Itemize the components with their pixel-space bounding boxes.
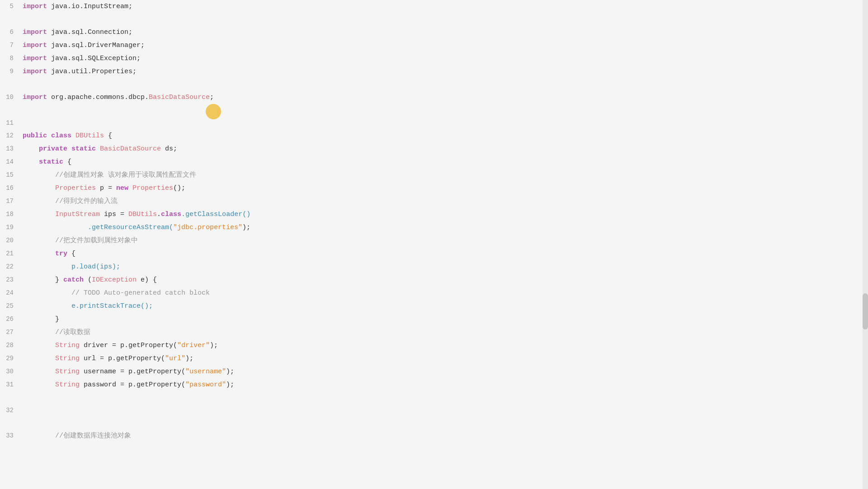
line-content: p.load(ips);	[23, 261, 868, 273]
line-content: public class DBUtils {	[23, 130, 868, 142]
line-number: 6	[0, 26, 23, 38]
code-line: 6import java.sql.Connection;	[0, 26, 868, 39]
line-number: 9	[0, 65, 23, 78]
code-line: 33 //创建数据库连接池对象	[0, 429, 868, 442]
line-content: String url = p.getProperty("url");	[23, 353, 868, 365]
code-line: 23 } catch (IOException e) {	[0, 273, 868, 287]
code-line: 8import java.sql.SQLException;	[0, 52, 868, 65]
line-number: 13	[0, 142, 23, 155]
line-content: //创建数据库连接池对象	[23, 430, 868, 442]
line-number: 27	[0, 326, 23, 339]
line-number: 11	[0, 117, 23, 129]
line-number: 14	[0, 155, 23, 168]
line-number: 25	[0, 300, 23, 312]
line-content: InputStream ips = DBUtils.class.getClass…	[23, 208, 868, 221]
code-line: 12public class DBUtils {	[0, 129, 868, 142]
line-content: //读取数据	[23, 326, 868, 339]
code-line: 25 e.printStackTrace();	[0, 300, 868, 313]
code-line: 7import java.sql.DriverManager;	[0, 39, 868, 52]
line-number: 31	[0, 378, 23, 391]
code-line: 17 //得到文件的输入流	[0, 195, 868, 208]
line-content: String driver = p.getProperty("driver");	[23, 339, 868, 352]
line-content: import java.util.Properties;	[23, 66, 868, 78]
line-number: 7	[0, 39, 23, 52]
code-line: 10import org.apache.commons.dbcp.BasicDa…	[0, 91, 868, 104]
line-number: 28	[0, 339, 23, 352]
code-line: 9import java.util.Properties;	[0, 65, 868, 78]
highlight-circle	[206, 104, 221, 119]
line-content: import java.sql.DriverManager;	[23, 39, 868, 52]
line-number: 5	[0, 0, 23, 13]
line-content: private static BasicDataSource ds;	[23, 143, 868, 155]
line-number: 17	[0, 195, 23, 207]
line-number: 20	[0, 234, 23, 247]
code-line: 32	[0, 404, 868, 417]
line-content: import java.io.InputStream;	[23, 0, 868, 13]
code-line: 14 static {	[0, 155, 868, 169]
line-number: 29	[0, 352, 23, 365]
line-number: 18	[0, 208, 23, 221]
code-line: 28 String driver = p.getProperty("driver…	[0, 339, 868, 352]
line-content: try {	[23, 248, 868, 260]
line-content: // TODO Auto-generated catch block	[23, 287, 868, 300]
line-number: 26	[0, 313, 23, 325]
code-line	[0, 78, 868, 91]
line-content: import java.sql.Connection;	[23, 26, 868, 39]
line-number: 24	[0, 287, 23, 299]
code-line: 19 .getResourceAsStream("jdbc.properties…	[0, 221, 868, 234]
line-number: 15	[0, 169, 23, 181]
line-number: 23	[0, 273, 23, 286]
line-number: 30	[0, 365, 23, 378]
line-number: 32	[0, 404, 23, 417]
code-line	[0, 13, 868, 26]
code-line: 20 //把文件加载到属性对象中	[0, 234, 868, 247]
line-content: .getResourceAsStream("jdbc.properties");	[23, 221, 868, 234]
code-line: 11	[0, 117, 868, 129]
code-line: 30 String username = p.getProperty("user…	[0, 365, 868, 378]
line-content: import java.sql.SQLException;	[23, 52, 868, 65]
line-content: e.printStackTrace();	[23, 300, 868, 313]
line-number: 19	[0, 221, 23, 234]
line-content: //创建属性对象 该对象用于读取属性配置文件	[23, 169, 868, 182]
code-line: 21 try {	[0, 247, 868, 260]
code-line: 24 // TODO Auto-generated catch block	[0, 287, 868, 300]
line-content: }	[23, 313, 868, 326]
code-line: 5import java.io.InputStream;	[0, 0, 868, 13]
code-line: 22 p.load(ips);	[0, 260, 868, 273]
scrollbar-thumb[interactable]	[863, 293, 868, 329]
line-number: 10	[0, 91, 23, 103]
line-number: 21	[0, 247, 23, 260]
line-content: import org.apache.commons.dbcp.BasicData…	[23, 91, 868, 104]
line-content: static {	[23, 156, 868, 169]
line-content: //得到文件的输入流	[23, 195, 868, 208]
code-line: 27 //读取数据	[0, 326, 868, 339]
code-line: 18 InputStream ips = DBUtils.class.getCl…	[0, 208, 868, 221]
line-content: Properties p = new Properties();	[23, 182, 868, 195]
code-line: 13 private static BasicDataSource ds;	[0, 142, 868, 155]
code-editor: 5import java.io.InputStream;6import java…	[0, 0, 868, 489]
scrollbar-track[interactable]	[863, 0, 868, 489]
code-line: 16 Properties p = new Properties();	[0, 182, 868, 195]
code-line: 26 }	[0, 313, 868, 326]
code-line	[0, 391, 868, 404]
line-number: 22	[0, 260, 23, 273]
code-line	[0, 417, 868, 429]
code-line	[0, 104, 868, 117]
line-number: 16	[0, 182, 23, 194]
line-number: 33	[0, 429, 23, 442]
line-content: //把文件加载到属性对象中	[23, 235, 868, 247]
line-number: 8	[0, 52, 23, 65]
line-number: 12	[0, 129, 23, 142]
line-content: String password = p.getProperty("passwor…	[23, 379, 868, 391]
code-line: 29 String url = p.getProperty("url");	[0, 352, 868, 365]
code-line: 15 //创建属性对象 该对象用于读取属性配置文件	[0, 169, 868, 182]
code-line: 31 String password = p.getProperty("pass…	[0, 378, 868, 391]
line-content: } catch (IOException e) {	[23, 274, 868, 287]
line-content: String username = p.getProperty("usernam…	[23, 366, 868, 378]
